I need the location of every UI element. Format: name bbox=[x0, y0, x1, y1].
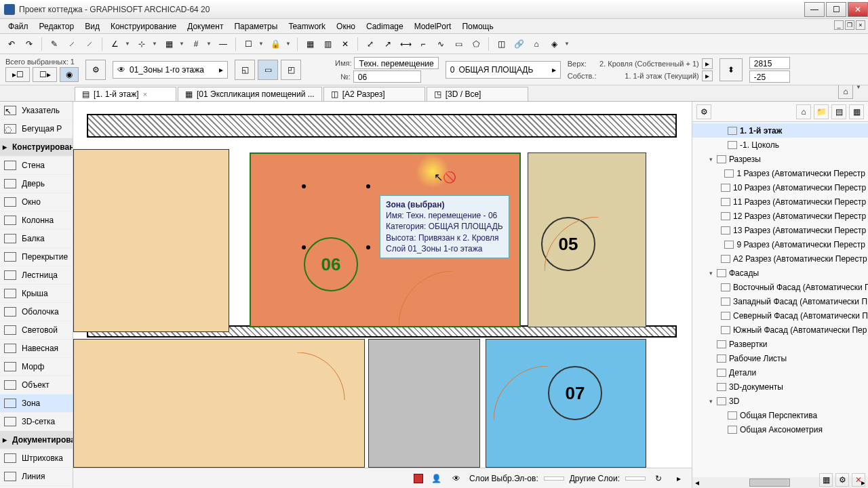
menu-options[interactable]: Параметры bbox=[229, 20, 283, 33]
home-button[interactable]: ⌂ bbox=[529, 37, 544, 52]
status-opt-1[interactable]: 👤 bbox=[429, 471, 443, 486]
copy-button[interactable]: ☐ bbox=[241, 37, 256, 52]
toolbox-header-document[interactable]: ▸ Документирование bbox=[0, 431, 73, 449]
lock-button[interactable]: 🔒 bbox=[268, 37, 283, 52]
layer-selector[interactable]: 👁 01_Зоны 1-го этажа ▸ bbox=[113, 61, 228, 79]
navigator-tree[interactable]: 1. 1-й этаж-1. Цоколь▾Разрезы1 Разрез (А… bbox=[692, 122, 868, 477]
tab-schedule[interactable]: ▦ [01 Экспликация помещений ... bbox=[178, 87, 322, 101]
tool-beam[interactable]: Балка bbox=[0, 230, 73, 248]
menu-view[interactable]: Вид bbox=[79, 20, 105, 33]
status-opt-2[interactable]: 👁 bbox=[449, 471, 464, 486]
ruler-button[interactable]: — bbox=[216, 37, 231, 52]
tab-dropdown[interactable]: ▼ bbox=[856, 84, 863, 99]
menu-cadimage[interactable]: Cadimage bbox=[361, 20, 409, 33]
extend-button[interactable]: ↗ bbox=[380, 37, 395, 52]
height-2-field[interactable]: -25 bbox=[749, 70, 790, 83]
menu-modelport[interactable]: ModelPort bbox=[409, 20, 457, 33]
menu-document[interactable]: Документ bbox=[182, 20, 229, 33]
menu-design[interactable]: Конструирование bbox=[105, 20, 182, 33]
tree-item[interactable]: -1. Цоколь bbox=[692, 138, 868, 152]
name-field[interactable]: Техн. перемещение bbox=[354, 57, 438, 69]
tree-item[interactable]: А2 Разрез (Автоматически Перестр bbox=[692, 251, 868, 266]
toolbox-header-design[interactable]: ▸ Конструирование bbox=[0, 138, 73, 157]
tool-pointer[interactable]: ↖Указатель bbox=[0, 102, 73, 120]
tree-item[interactable]: Западный Фасад (Автоматически П bbox=[692, 294, 868, 308]
menu-file[interactable]: Файл bbox=[3, 20, 34, 33]
minimize-button[interactable]: — bbox=[804, 2, 825, 17]
tool-fill[interactable]: Штриховка bbox=[0, 449, 73, 468]
menu-help[interactable]: Помощь bbox=[456, 20, 498, 33]
tree-item[interactable]: ▾3D bbox=[692, 394, 868, 408]
tool-wall[interactable]: Стена bbox=[0, 157, 73, 175]
menu-edit[interactable]: Редактор bbox=[34, 20, 80, 33]
nav-publisher-button[interactable]: ▦ bbox=[849, 104, 864, 119]
status-apply[interactable]: ▸ bbox=[671, 471, 686, 486]
top-link-button[interactable]: ▸ bbox=[702, 58, 713, 69]
doc-close[interactable]: × bbox=[856, 20, 865, 30]
nav-view-button[interactable]: 📁 bbox=[814, 104, 829, 119]
tab-home-button[interactable]: ⌂ bbox=[838, 84, 853, 99]
drawing-canvas[interactable]: 06 05 07 ↖🚫 Зона (выбран) Имя: Техн. пер… bbox=[73, 102, 692, 488]
tree-item[interactable]: Северный Фасад (Автоматически П bbox=[692, 308, 868, 323]
tree-item[interactable]: Общая Перспектива bbox=[692, 408, 868, 422]
tool-marquee[interactable]: ◌Бегущая Р bbox=[0, 120, 73, 138]
tree-item[interactable]: Рабочие Листы bbox=[692, 351, 868, 365]
tool-skylight[interactable]: Световой bbox=[0, 321, 73, 340]
menu-window[interactable]: Окно bbox=[331, 20, 361, 33]
nav-delete-button[interactable]: ✕ bbox=[852, 473, 865, 487]
tree-item[interactable]: Развертки bbox=[692, 337, 868, 351]
tool-curtainwall[interactable]: Навесная bbox=[0, 340, 73, 358]
tree-item[interactable]: ▾Фасады bbox=[692, 266, 868, 280]
menu-teamwork[interactable]: Teamwork bbox=[283, 20, 331, 33]
tool-zone[interactable]: Зона bbox=[0, 394, 73, 413]
tool-morph[interactable]: Морф bbox=[0, 358, 73, 376]
snap-node-button[interactable]: ⊹ bbox=[134, 37, 149, 52]
close-button[interactable]: ✕ bbox=[848, 2, 868, 17]
tree-item[interactable]: 13 Разрез (Автоматически Перестр bbox=[692, 223, 868, 237]
tree-item[interactable]: Общая Аксонометрия bbox=[692, 422, 868, 436]
grid-toggle-button[interactable]: # bbox=[189, 37, 203, 52]
tool-mesh[interactable]: 3D-сетка bbox=[0, 413, 73, 431]
tool-stair[interactable]: Лестница bbox=[0, 266, 73, 285]
view-button[interactable]: ◈ bbox=[547, 37, 561, 52]
tree-item[interactable]: 3D-документы bbox=[692, 380, 868, 394]
nav-new-button[interactable]: ▦ bbox=[819, 473, 833, 487]
tool-door[interactable]: Дверь bbox=[0, 175, 73, 193]
status-other-field[interactable] bbox=[625, 476, 646, 481]
fillet-button[interactable]: ⌐ bbox=[416, 37, 431, 52]
geometry-method-3[interactable]: ◰ bbox=[281, 60, 301, 80]
doc-minimize[interactable]: _ bbox=[834, 20, 844, 30]
status-layers-field[interactable] bbox=[544, 476, 564, 481]
inject-button[interactable]: ⟋ bbox=[64, 37, 79, 52]
selection-filter-2[interactable]: ☐▸ bbox=[33, 67, 57, 82]
status-refresh[interactable]: ↻ bbox=[651, 471, 666, 486]
settings-button[interactable]: ⚙ bbox=[85, 60, 106, 80]
tree-item[interactable]: Восточный Фасад (Автоматически П bbox=[692, 280, 868, 294]
bottom-link-button[interactable]: ▸ bbox=[702, 70, 713, 81]
tree-item[interactable]: Южный Фасад (Автоматически Пер bbox=[692, 323, 868, 337]
nav-settings-button[interactable]: ⚙ bbox=[696, 104, 711, 119]
tool-column[interactable]: Колонна bbox=[0, 211, 73, 230]
nav-props-button[interactable]: ⚙ bbox=[835, 473, 849, 487]
tool-line[interactable]: Линия bbox=[0, 468, 73, 486]
selection-filter-1[interactable]: ▸☐ bbox=[5, 67, 30, 82]
geometry-method-2[interactable]: ▭ bbox=[258, 60, 278, 80]
tree-item[interactable]: ▾Разрезы bbox=[692, 152, 868, 166]
snap-angle-button[interactable]: ∠ bbox=[107, 37, 122, 52]
nav-layout-button[interactable]: ▤ bbox=[831, 104, 846, 119]
tool-roof[interactable]: Крыша bbox=[0, 285, 73, 303]
doc-restore[interactable]: ❐ bbox=[845, 20, 854, 30]
measure-button[interactable]: ⟋ bbox=[82, 37, 97, 52]
tree-item[interactable]: 10 Разрез (Автоматически Перестр bbox=[692, 180, 868, 195]
status-record-icon[interactable] bbox=[414, 474, 423, 483]
link-button[interactable]: 🔗 bbox=[511, 37, 526, 52]
tab-section[interactable]: ◫ [А2 Разрез] bbox=[323, 87, 425, 101]
tree-item[interactable]: Детали bbox=[692, 365, 868, 380]
mode-button[interactable]: ◫ bbox=[494, 37, 509, 52]
split-button[interactable]: ✕ bbox=[338, 37, 353, 52]
polygon-button[interactable]: ⬠ bbox=[469, 37, 484, 52]
scroll-thumb[interactable] bbox=[749, 479, 790, 487]
tab-floorplan[interactable]: ▤ [1. 1-й этаж] × bbox=[75, 87, 176, 101]
tab-close[interactable]: × bbox=[143, 90, 147, 98]
geometry-method-1[interactable]: ◱ bbox=[235, 60, 255, 80]
